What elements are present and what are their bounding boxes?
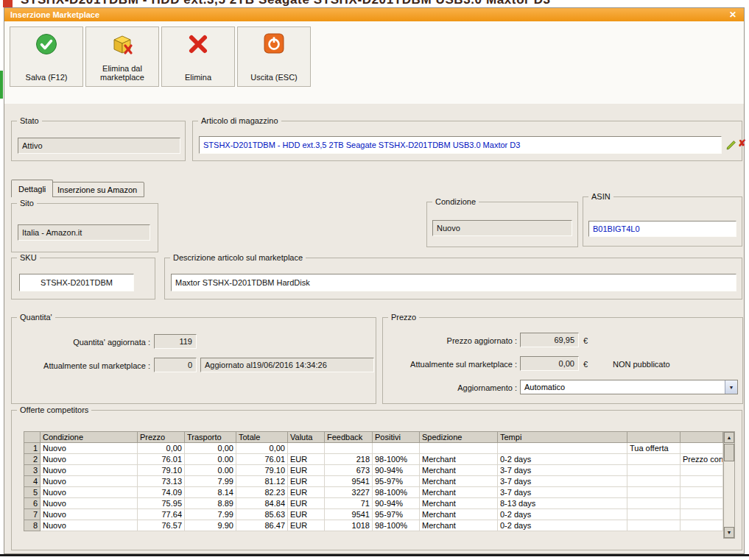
green-check-icon [35,33,57,55]
scroll-up-icon[interactable]: ▲ [724,432,734,443]
sku-group-label: SKU [17,252,40,263]
articolo-field[interactable]: STSHX-D201TDBM - HDD ext.3,5 2TB Seagate… [199,136,722,154]
table-row[interactable]: 8Nuovo76.579.9086.47EUR101898-100%Mercha… [24,520,723,531]
table-cell: 75.95 [138,498,185,509]
table-cell: 95-97% [373,509,420,520]
column-header[interactable]: Tempi [498,432,627,443]
table-cell: 0,00 [138,443,185,454]
non-pubblicato-status: NON pubblicato [613,360,670,369]
table-cell: Nuovo [41,487,138,498]
column-header[interactable] [681,432,723,443]
tab-dettagli[interactable]: Dettagli [11,180,53,197]
table-cell: 8-13 days [498,498,627,509]
table-cell: Merchant [420,520,498,531]
offerte-group-label: Offerte competitors [17,405,91,415]
table-cell: 79.10 [236,465,288,476]
descrizione-field[interactable]: Maxtor STSHX-D201TDBM HardDisk [171,274,736,291]
background-article-text: STSHX-D201TDBM - HDD ext.3,5 2TB Seagate… [21,0,551,7]
background-app-icon [3,0,13,7]
asin-group: ASIN B01BIGT4L0 [583,196,742,247]
save-button[interactable]: Salva (F12) [10,26,83,87]
exit-button-label: Uscita (ESC) [250,73,298,82]
aggiornamento-combobox[interactable]: Automatico ▼ [520,380,738,394]
table-cell [288,443,325,454]
red-x-icon [187,33,209,55]
prezzo-aggiornato-field: 69,95 [520,333,579,347]
sku-field[interactable]: STSHX-D201TDBM [19,274,134,291]
articolo-group-label: Articolo di magazzino [198,116,281,126]
chevron-down-icon[interactable]: ▼ [725,380,737,394]
table-cell: 218 [325,454,373,465]
table-cell [325,443,373,454]
asin-field[interactable]: B01BIGT4L0 [588,221,736,237]
table-cell: Merchant [420,454,498,465]
table-cell: Merchant [420,465,498,476]
edit-pencil-icon[interactable] [726,139,737,150]
table-cell: Nuovo [41,465,138,476]
column-header[interactable]: Trasporto [185,432,236,443]
table-cell: Merchant [420,498,498,509]
table-cell: 0-2 days [498,454,627,465]
offerte-table-head-row: CondizionePrezzoTrasportoTotaleValutaFee… [24,432,723,443]
column-header[interactable]: Totale [236,432,288,443]
delete-from-marketplace-label: Elimina dal marketplace [88,64,157,82]
scrollbar-thumb[interactable] [724,444,734,461]
stato-group: Stato Attivo [11,121,186,161]
table-cell [681,520,723,531]
exit-button[interactable]: Uscita (ESC) [237,26,311,87]
table-cell [498,443,627,454]
column-header[interactable] [627,432,681,443]
row-number-cell: 8 [24,520,41,531]
column-header[interactable]: Spedizione [420,432,498,443]
column-header[interactable]: Condizione [41,432,138,443]
corner-header-cell[interactable] [24,432,41,443]
delete-button[interactable]: Elimina [161,26,235,87]
table-row[interactable]: 3Nuovo79.100.0079.10EUR67390-94%Merchant… [24,465,723,476]
table-cell: Merchant [420,509,498,520]
sito-group: Sito Italia - Amazon.it [11,203,158,252]
tab-inserzione-amazon[interactable]: Inserzione su Amazon [50,182,144,197]
table-cell [420,443,498,454]
row-number-cell: 3 [24,465,41,476]
column-header[interactable]: Prezzo [138,432,185,443]
table-cell: Nuovo [41,498,138,509]
delete-button-label: Elimina [185,73,211,82]
table-cell [627,520,681,531]
table-row[interactable]: 6Nuovo75.958.8984.84EUR7190-94%Merchant8… [24,498,723,509]
offerte-table: CondizionePrezzoTrasportoTotaleValutaFee… [24,431,723,531]
stato-group-label: Stato [17,116,42,126]
table-row[interactable]: 2Nuovo76.010.0076.01EUR21898-100%Merchan… [24,454,723,465]
close-icon[interactable]: ✕ [728,10,738,20]
table-row[interactable]: 4Nuovo73.137.9981.12EUR954195-97%Merchan… [24,476,723,487]
table-cell: 0,00 [185,443,236,454]
column-header[interactable]: Positivi [373,432,420,443]
table-row[interactable]: 1Nuovo0,000,000,00Tua offerta [24,443,723,454]
table-cell: EUR [288,454,325,465]
currency-symbol: € [583,336,588,345]
table-cell: 1018 [325,520,373,531]
table-cell: Nuovo [41,454,138,465]
table-row[interactable]: 5Nuovo74.098.1482.23EUR322798-100%Mercha… [24,487,723,498]
table-cell [373,443,420,454]
clear-article-icon[interactable]: ✘ [738,138,746,149]
delete-from-marketplace-button[interactable]: Elimina dal marketplace [85,26,159,87]
table-cell: 0-2 days [498,520,627,531]
table-cell: 74.09 [138,487,185,498]
prezzo-aggiornato-label: Prezzo aggiornato : [390,336,517,345]
descrizione-group-label: Descrizione articolo sul marketplace [170,252,306,263]
dialog-title: Inserzione Marketplace [10,10,728,19]
table-cell: 77.64 [138,509,185,520]
row-number-cell: 2 [24,454,41,465]
table-scrollbar[interactable]: ▲ ▼ [723,431,735,539]
stato-field: Attivo [18,138,180,154]
column-header[interactable]: Valuta [288,432,325,443]
column-header[interactable]: Feedback [325,432,373,443]
table-cell: EUR [288,465,325,476]
table-cell: 85.63 [236,509,288,520]
dialog-titlebar[interactable]: Inserzione Marketplace ✕ [4,8,744,21]
table-row[interactable]: 7Nuovo77.647.9985.63EUR954195-97%Merchan… [24,509,723,520]
table-cell [681,487,723,498]
scroll-down-icon[interactable]: ▼ [724,527,734,538]
offerte-table-body: 1Nuovo0,000,000,00Tua offerta2Nuovo76.01… [24,443,723,531]
currency-symbol-2: € [583,360,588,369]
